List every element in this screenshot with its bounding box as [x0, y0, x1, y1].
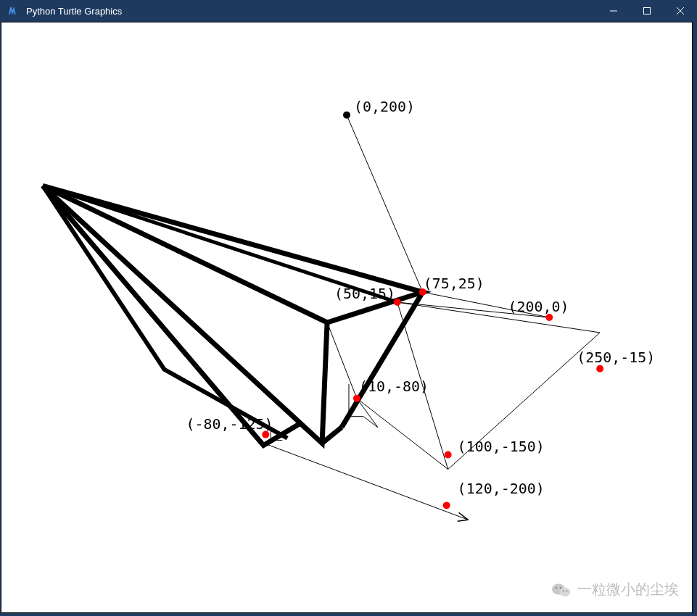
wechat-icon — [551, 581, 572, 599]
dot-120-m200 — [443, 501, 450, 509]
window-controls — [597, 0, 697, 22]
svg-line-8 — [357, 399, 448, 470]
label-100-m150: (100,-150) — [458, 438, 545, 455]
turtle-canvas: (0,200) (75,25) (50,15) (200,0) (250,-15… — [1, 22, 693, 613]
svg-line-12 — [327, 322, 357, 399]
dot-0-200 — [343, 112, 350, 119]
label-200-0: (200,0) — [508, 298, 569, 315]
watermark: 一粒微小的尘埃 — [551, 580, 679, 599]
label-120-m200: (120,-200) — [458, 480, 545, 497]
close-button[interactable] — [664, 0, 697, 22]
dot-100-m150 — [445, 451, 452, 459]
svg-point-17 — [563, 590, 564, 591]
app-icon — [6, 4, 20, 18]
paper-airplane — [43, 186, 423, 445]
titlebar: Python Turtle Graphics — [0, 0, 697, 22]
svg-point-16 — [560, 586, 561, 588]
label-250-m15: (250,-15) — [577, 349, 655, 366]
watermark-text: 一粒微小的尘埃 — [577, 580, 679, 599]
dot-10-m80 — [353, 395, 360, 402]
label-75-25: (75,25) — [424, 275, 484, 292]
drawing-svg: (0,200) (75,25) (50,15) (200,0) (250,-15… — [1, 22, 692, 612]
label-50-15: (50,15) — [334, 285, 395, 302]
svg-point-15 — [556, 586, 557, 588]
window-right-border — [693, 22, 697, 613]
label-m80-m125: (-80,-125) — [186, 415, 273, 433]
svg-line-4 — [347, 115, 423, 292]
svg-line-11 — [265, 444, 468, 520]
maximize-button[interactable] — [630, 0, 664, 22]
window-title: Python Turtle Graphics — [26, 6, 597, 17]
minimize-button[interactable] — [597, 0, 630, 22]
svg-point-18 — [566, 590, 568, 591]
dot-250-m15 — [596, 365, 603, 372]
label-10-m80: (10,-80) — [359, 378, 429, 395]
svg-rect-1 — [644, 8, 651, 14]
label-0-200: (0,200) — [354, 98, 415, 115]
svg-point-14 — [560, 588, 571, 596]
svg-line-7 — [397, 302, 600, 333]
